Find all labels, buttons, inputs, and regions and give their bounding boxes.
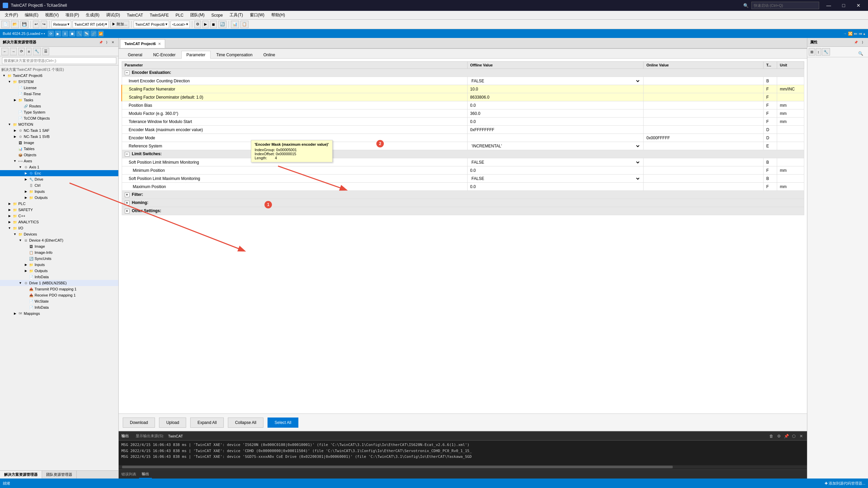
properties-arrow-btn[interactable]: ⟩ <box>860 40 865 45</box>
toolbar-twincat1[interactable]: ⚙ <box>194 21 201 28</box>
section-other-settings[interactable]: + Other Settings: <box>122 207 804 215</box>
tree-item-devices[interactable]: ▼ 📁 Devices <box>0 231 118 237</box>
toolbar-new[interactable]: 📄 <box>1 21 9 28</box>
tree-item-system[interactable]: ▼ 📁 SYSTEM <box>0 79 118 85</box>
tree-item-axis-inputs[interactable]: ▶ 📁 Inputs <box>0 188 118 195</box>
toolbar-open[interactable]: 📂 <box>11 21 19 28</box>
tree-item-wcstate[interactable]: ▶ 📄 WcState <box>0 298 118 304</box>
output-settings-btn[interactable]: ⚙ <box>776 433 782 439</box>
tree-item-transmit[interactable]: ▶ 📤 Transmit PDO mapping 1 <box>0 286 118 292</box>
toolbar-extra1[interactable]: 📊 <box>231 21 239 28</box>
explorer-collapse-all[interactable]: ≡ <box>26 48 32 55</box>
local-dropdown[interactable]: <Local> ▾ <box>171 21 190 28</box>
toolbar-twincat3[interactable]: ⏹ <box>210 21 217 28</box>
tree-item-plc[interactable]: ▶ 📁 PLC <box>0 201 118 207</box>
toolbar-undo[interactable]: ↩ <box>33 21 39 28</box>
explorer-search-input[interactable] <box>2 57 116 64</box>
menu-view[interactable]: 视图(V) <box>42 11 62 20</box>
param-tolerance-value[interactable]: 0.0 <box>467 118 644 126</box>
tree-item-license[interactable]: ▶ 📄 License <box>0 85 118 91</box>
download-button[interactable]: Download <box>123 418 155 428</box>
build-icon-3[interactable]: ⏸ <box>62 30 68 37</box>
param-soft-max-mon-select[interactable]: FALSETRUE <box>470 176 641 181</box>
sub-tab-online[interactable]: Online <box>258 51 280 59</box>
param-soft-min-mon-value[interactable]: FALSETRUE <box>467 158 644 166</box>
close-button[interactable]: ✕ <box>852 1 865 10</box>
tree-item-device4[interactable]: ▼ 🖥 Device 4 (EtherCAT) <box>0 237 118 243</box>
tree-item-receive[interactable]: ▶ 📥 Receive PDO mapping 1 <box>0 292 118 298</box>
menu-window[interactable]: 窗口(W) <box>246 11 268 20</box>
tree-item-cpp[interactable]: ▶ 📁 C++ <box>0 213 118 219</box>
tree-item-tcom[interactable]: ▶ 📄 TcCOM Objects <box>0 115 118 121</box>
properties-filter-btn[interactable]: 🔧 <box>822 48 830 56</box>
sub-tab-time-compensation[interactable]: Time Compensation <box>211 51 258 59</box>
section-limit-switches[interactable]: − Limit Switches: <box>122 150 804 158</box>
tree-item-enc[interactable]: ▶ 🔷 Enc <box>0 170 118 176</box>
output-pin-btn[interactable]: 📌 <box>783 433 789 439</box>
tree-item-axis-outputs[interactable]: ▶ 📁 Outputs <box>0 195 118 201</box>
tree-item-analytics[interactable]: ▶ 📁 ANALYTICS <box>0 219 118 225</box>
menu-build[interactable]: 生成(B) <box>82 11 103 20</box>
tree-item-objects[interactable]: ▶ 📦 Objects <box>0 152 118 158</box>
build-icon-1[interactable]: ⟳ <box>48 30 54 37</box>
tree-item-io[interactable]: ▼ 📁 I/O <box>0 225 118 231</box>
tree-item-safety[interactable]: ▶ 📁 SAFETY <box>0 207 118 213</box>
toolbar-twincat4[interactable]: 🔄 <box>218 21 226 28</box>
menu-project[interactable]: 项目(P) <box>62 11 82 20</box>
twincat-project-tab[interactable]: TwinCAT Project6 ✕ <box>120 39 165 48</box>
build-icon-7[interactable]: 🔗 <box>91 30 97 37</box>
toolbar-save[interactable]: 💾 <box>20 21 28 28</box>
tree-item-image[interactable]: ▶ 🖼 Image <box>0 140 118 146</box>
expand-other-settings-btn[interactable]: + <box>125 209 130 214</box>
param-soft-min-mon-select[interactable]: FALSETRUE <box>470 160 641 165</box>
menu-edit[interactable]: 编辑(E) <box>21 11 42 20</box>
toolbar-twincat2[interactable]: ▶ <box>202 21 209 28</box>
expand-filter-btn[interactable]: + <box>125 192 130 197</box>
tree-item-axis1[interactable]: ▼ ⚙ Axis 1 <box>0 164 118 170</box>
sub-tab-nc-encoder[interactable]: NC-Encoder <box>148 51 181 59</box>
explorer-properties[interactable]: 🔧 <box>33 48 41 55</box>
menu-debug[interactable]: 调试(D) <box>103 11 123 20</box>
output-scrollbar[interactable] <box>119 465 807 469</box>
sub-tab-parameter[interactable]: Parameter <box>181 51 211 59</box>
run-button[interactable]: ▶ 附加... <box>110 21 129 28</box>
minimize-button[interactable]: — <box>822 1 835 10</box>
output-tab[interactable]: 输出 <box>139 470 152 479</box>
tree-item-drive[interactable]: ▶ 🔧 Drive <box>0 176 118 182</box>
menu-team[interactable]: 团队(M) <box>187 11 208 20</box>
solution-explorer-tab[interactable]: 解决方案资源管理器 <box>0 471 42 479</box>
tree-item-tables[interactable]: ▶ 📊 Tables <box>0 146 118 152</box>
param-enc-mask-value[interactable]: 0xFFFFFFFF <box>467 126 644 134</box>
build-icon-4[interactable]: ⏹ <box>69 30 75 37</box>
param-ref-select[interactable]: 'INCREMENTAL' 'ABSOLUTE' <box>470 143 641 149</box>
menu-help[interactable]: 帮助(H) <box>268 11 289 20</box>
expand-homing-btn[interactable]: + <box>125 201 130 205</box>
tree-item-infodata[interactable]: ▶ 📄 InfoData <box>0 304 118 310</box>
param-invert-value[interactable]: FALSETRUE <box>467 77 644 85</box>
tree-item-d4imageinfo[interactable]: ▶ 📋 Image-Info <box>0 249 118 256</box>
upload-button[interactable]: Upload <box>159 418 186 428</box>
tree-item-motion[interactable]: ▼ 📁 MOTION <box>0 121 118 127</box>
expand-limit-switches-btn[interactable]: − <box>125 152 130 157</box>
properties-sort-btn[interactable]: ↕ <box>816 48 821 56</box>
explorer-forward[interactable]: → <box>10 48 17 55</box>
output-clear-btn[interactable]: 🗑 <box>768 433 774 439</box>
build-icon-6[interactable]: 📡 <box>83 30 90 37</box>
menu-scope[interactable]: Scope <box>208 11 226 20</box>
collapse-all-button[interactable]: Collapse All <box>228 418 263 428</box>
build-icon-5[interactable]: 🔧 <box>76 30 82 37</box>
tree-item-typesystem[interactable]: ▶ 📄 Type System <box>0 109 118 115</box>
tree-item-routes[interactable]: ▶ 🔗 Routes <box>0 103 118 109</box>
param-scale-denom-value[interactable]: 8633806.0 <box>467 93 644 101</box>
toolbar-redo[interactable]: ↪ <box>41 21 47 28</box>
param-soft-max-mon-value[interactable]: FALSETRUE <box>467 175 644 183</box>
tree-item-d4outputs[interactable]: ▶ 📁 Outputs <box>0 268 118 274</box>
tab-close-button[interactable]: ✕ <box>158 42 161 46</box>
tree-item-d4infodata[interactable]: ▶ 📄 InfoData <box>0 274 118 280</box>
explorer-refresh[interactable]: ⟳ <box>18 48 25 55</box>
menu-twincat[interactable]: TwinCAT <box>123 11 146 20</box>
tree-item-d4syncunits[interactable]: ▶ 🔄 SyncUnits <box>0 256 118 262</box>
tree-item-tasks[interactable]: ▶ 📁 Tasks <box>0 97 118 103</box>
properties-pin-btn[interactable]: 📌 <box>853 40 859 45</box>
section-homing[interactable]: + Homing: <box>122 199 804 207</box>
